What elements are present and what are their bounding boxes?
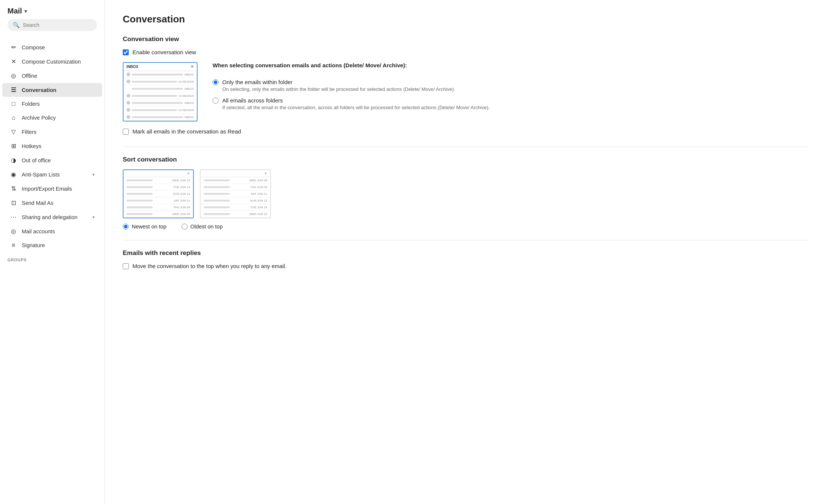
sidebar-item-label-filters: Filters	[22, 129, 36, 135]
conversation-action-options: When selecting conversation emails and a…	[213, 62, 809, 110]
sidebar-item-archive-policy[interactable]: ⌂Archive Policy	[2, 111, 102, 125]
mail-accounts-icon: ◎	[10, 228, 17, 235]
close-icon: ✕	[264, 172, 267, 175]
filters-icon: ▽	[10, 128, 17, 135]
sidebar-item-label-offline: Offline	[22, 73, 37, 79]
sidebar-item-label-compose: Compose	[22, 44, 45, 50]
sort-conversation-section: Sort conversation ✕ WED JUN 15 TUE JUN 1…	[123, 156, 809, 230]
mark-read-label: Mark all emails in the conversation as R…	[132, 128, 241, 135]
option2-radio[interactable]	[213, 98, 219, 104]
sidebar-item-mail-accounts[interactable]: ◎Mail accounts	[2, 224, 102, 238]
newest-preview-box: ✕ WED JUN 15 TUE JUN 14 SUN JUN 12 SAT J…	[123, 169, 194, 218]
app-title-text: Mail	[7, 7, 22, 15]
newest-label: Newest on top	[132, 224, 167, 230]
option2-label-row[interactable]: All emails across folders	[213, 97, 809, 104]
sidebar-item-hotkeys[interactable]: ⊞Hotkeys	[2, 139, 102, 153]
move-conversation-label: Move the conversation to the top when yo…	[132, 263, 287, 269]
preview-close-icon: ✕	[190, 64, 194, 69]
option2-desc: If selected, all the email in the conver…	[213, 105, 809, 110]
sort-radio-row: Newest on top Oldest on top	[123, 224, 809, 230]
newest-option[interactable]: Newest on top	[123, 224, 167, 230]
mail-title[interactable]: Mail ▾	[7, 7, 97, 15]
oldest-radio[interactable]	[181, 224, 187, 230]
preview-row: UI DESIGN	[123, 107, 197, 114]
sidebar-item-sharing[interactable]: ⋯Sharing and delegation▾	[2, 210, 102, 224]
sidebar-item-folders[interactable]: □Folders	[2, 97, 102, 111]
recent-replies-section: Emails with recent replies Move the conv…	[123, 249, 809, 269]
move-conversation-checkbox[interactable]	[123, 263, 129, 269]
conversation-icon: ☰	[10, 86, 17, 93]
anti-spam-icon: ◉	[10, 171, 17, 178]
oldest-preview-box: ✕ WED JUN 08 THU JUN 09 SAT JUN 11 SUN J…	[200, 169, 271, 218]
sort-row: WED JUN 15	[201, 211, 270, 218]
groups-label: GROUPS	[0, 252, 104, 264]
option1-radio[interactable]	[213, 79, 219, 85]
preview-row: INBOX	[123, 85, 197, 92]
sort-row: THU JUN 09	[123, 204, 193, 211]
sidebar-item-anti-spam[interactable]: ◉Anti-Spam Lists▾	[2, 168, 102, 181]
sort-row: WED JUN 15	[123, 177, 193, 184]
sidebar-item-conversation[interactable]: ☰Conversation	[2, 83, 102, 97]
sort-row: WED JUN 08	[201, 177, 270, 184]
sidebar-item-signature[interactable]: ≡Signature	[2, 239, 102, 252]
sidebar-item-label-compose-customization: Compose Customization	[22, 59, 81, 65]
preview-row: UI DESIGN	[123, 92, 197, 99]
sidebar-item-filters[interactable]: ▽Filters	[2, 125, 102, 139]
divider-1	[123, 147, 809, 147]
option-all-folders: All emails across folders If selected, a…	[213, 97, 809, 110]
preview-row: INBOX	[123, 71, 197, 78]
sidebar-item-send-mail-as[interactable]: ⊡Send Mail As	[2, 196, 102, 210]
sidebar-item-import-export[interactable]: ⇅Import/Export Emails	[2, 182, 102, 196]
sidebar-item-offline[interactable]: ◎Offline	[2, 69, 102, 83]
mark-read-row[interactable]: Mark all emails in the conversation as R…	[123, 128, 809, 135]
sidebar-item-label-archive-policy: Archive Policy	[22, 115, 56, 121]
conversation-view-layout: INBOX ✕ INBOX UI DESIGN INBOX UI DESIGN …	[123, 62, 809, 122]
preview-header: INBOX ✕	[123, 63, 197, 71]
import-export-icon: ⇅	[10, 185, 17, 192]
sidebar-item-label-mail-accounts: Mail accounts	[22, 228, 55, 234]
conversation-view-section: Conversation view Enable conversation vi…	[123, 36, 809, 135]
preview-row: INBOX	[123, 99, 197, 107]
sharing-icon: ⋯	[10, 213, 17, 221]
sort-previews: ✕ WED JUN 15 TUE JUN 14 SUN JUN 12 SAT J…	[123, 169, 809, 218]
search-icon: 🔍	[13, 22, 20, 28]
folders-icon: □	[10, 101, 17, 107]
send-mail-as-icon: ⊡	[10, 199, 17, 206]
preview-row: UI DESIGN	[123, 78, 197, 85]
mark-read-checkbox[interactable]	[123, 129, 129, 135]
oldest-option[interactable]: Oldest on top	[181, 224, 223, 230]
sort-row: WED JUN 08	[123, 211, 193, 218]
sort-row: SUN JUN 12	[201, 197, 270, 204]
enable-conversation-row[interactable]: Enable conversation view	[123, 49, 809, 55]
enable-conversation-label: Enable conversation view	[132, 49, 196, 55]
sidebar-item-compose-customization[interactable]: ✕Compose Customization	[2, 55, 102, 68]
sidebar-item-label-signature: Signature	[22, 242, 45, 248]
sidebar-item-out-of-office[interactable]: ◑Out of office	[2, 153, 102, 167]
search-input[interactable]	[23, 22, 92, 28]
compose-customization-icon: ✕	[10, 58, 17, 65]
search-box[interactable]: 🔍	[7, 19, 97, 31]
option1-desc: On selecting, only the emails within the…	[213, 86, 809, 92]
enable-conversation-checkbox[interactable]	[123, 49, 129, 55]
sidebar-item-label-hotkeys: Hotkeys	[22, 143, 41, 149]
sort-row: SAT JUN 11	[201, 191, 270, 197]
sidebar-item-compose[interactable]: ✏Compose	[2, 40, 102, 54]
move-conversation-row[interactable]: Move the conversation to the top when yo…	[123, 263, 809, 269]
option1-label-row[interactable]: Only the emails within folder	[213, 79, 809, 85]
sidebar-item-label-sharing: Sharing and delegation	[22, 214, 77, 220]
sidebar-item-label-conversation: Conversation	[22, 87, 57, 93]
newest-box-header: ✕	[123, 170, 193, 177]
option1-label: Only the emails within folder	[222, 79, 293, 85]
option-only-within-folder: Only the emails within folder On selecti…	[213, 79, 809, 92]
sidebar-item-label-out-of-office: Out of office	[22, 157, 51, 163]
oldest-label: Oldest on top	[190, 224, 223, 230]
preview-row: INBOX	[123, 114, 197, 121]
page-title: Conversation	[123, 13, 809, 25]
option2-label: All emails across folders	[222, 97, 283, 104]
sort-row: SUN JUN 12	[123, 191, 193, 197]
sidebar-header: Mail ▾ 🔍	[0, 0, 104, 40]
newest-radio[interactable]	[123, 224, 129, 230]
sort-row: TUE JUN 14	[201, 204, 270, 211]
sidebar-item-label-import-export: Import/Export Emails	[22, 186, 72, 192]
close-icon: ✕	[187, 172, 190, 175]
